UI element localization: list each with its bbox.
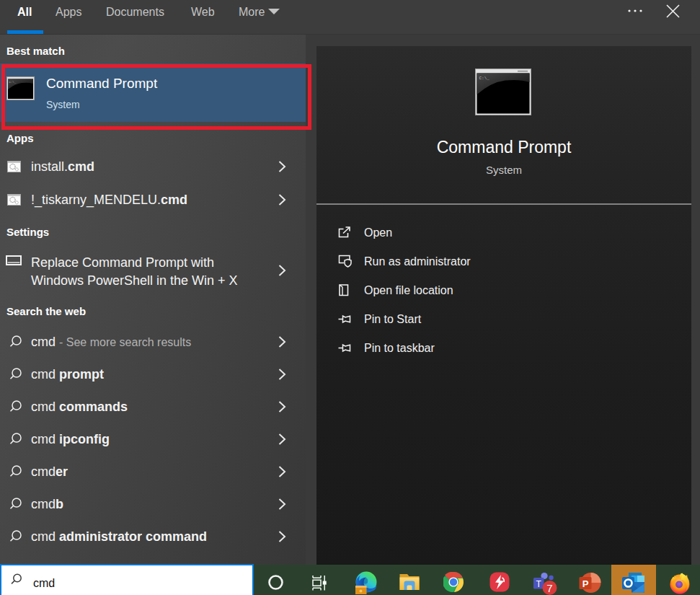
svg-text:C:\_: C:\_ [479,76,490,81]
svg-text:P: P [582,578,589,589]
svg-text:T: T [536,579,542,589]
svg-text:7: 7 [546,582,552,594]
